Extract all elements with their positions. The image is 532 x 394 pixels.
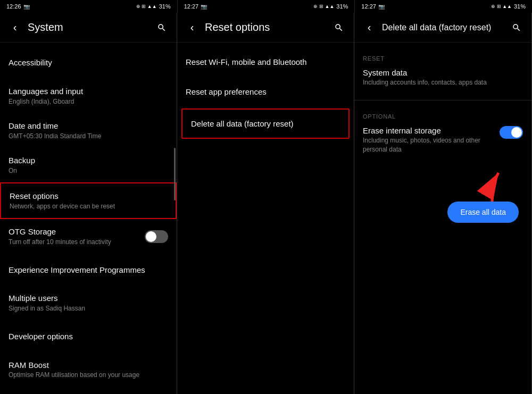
scrollbar: [174, 148, 176, 200]
reset-section: RESET System data Including accounts inf…: [354, 47, 531, 96]
battery-1: 31%: [159, 3, 171, 10]
status-panel-2: 12:27 📷 ⊕ ⊞ ▲▲ 31%: [178, 0, 355, 13]
battery-2: 31%: [336, 3, 348, 10]
camera-icon-2: 📷: [201, 4, 207, 10]
setting-accessibility[interactable]: Accessibility: [0, 47, 177, 79]
time-3: 12:27: [361, 3, 376, 10]
reset-options-topbar: ‹ Reset options: [177, 13, 354, 43]
setting-reset-options[interactable]: Reset options Network, apps or device ca…: [0, 182, 177, 219]
optional-section: OPTIONAL Erase internal storage Includin…: [354, 105, 531, 158]
setting-datetime[interactable]: Date and time GMT+05:30 India Standard T…: [0, 113, 177, 148]
battery-3: 31%: [514, 3, 526, 10]
panel-system: ‹ System Accessibility Languages and inp…: [0, 13, 177, 394]
time-1: 12:26: [6, 3, 21, 10]
system-back-button[interactable]: ‹: [6, 19, 23, 36]
reset-options-title: Reset options: [205, 21, 330, 33]
setting-experience[interactable]: Experience Improvement Programmes: [0, 254, 177, 286]
divider: [354, 100, 531, 100]
erase-storage-item[interactable]: Erase internal storage Including music, …: [363, 126, 523, 154]
system-topbar: ‹ System: [0, 13, 177, 43]
setting-updates[interactable]: System updates: [0, 387, 177, 394]
main-content: ‹ System Accessibility Languages and inp…: [0, 13, 532, 394]
status-panel-3: 12:27 📷 ⊕ ⊞ ▲▲ 31%: [355, 0, 532, 13]
search-icon: [157, 23, 167, 32]
signal-icons-3: ⊕ ⊞ ▲▲: [491, 4, 512, 9]
arrow-indicator: [466, 169, 508, 206]
system-title: System: [28, 21, 153, 33]
system-search-button[interactable]: [153, 19, 170, 36]
reset-options-search-button[interactable]: [330, 19, 347, 36]
setting-languages[interactable]: Languages and input English (India), Gbo…: [0, 79, 177, 113]
factory-reset-item[interactable]: Delete all data (factory reset): [181, 108, 350, 139]
setting-multiuser[interactable]: Multiple users Signed in as Sadiq Hassan: [0, 286, 177, 320]
setting-developer[interactable]: Developer options: [0, 321, 177, 353]
otg-toggle[interactable]: [145, 230, 168, 243]
setting-ramboost[interactable]: RAM Boost Optimise RAM utilisation based…: [0, 353, 177, 387]
reset-app-item[interactable]: Reset app preferences: [177, 77, 354, 106]
factory-reset-search-button[interactable]: [508, 19, 525, 36]
status-bar: 12:26 📷 ⊕ ⊞ ▲▲ 31% 12:27 📷 ⊕ ⊞ ▲▲ 31% 12…: [0, 0, 532, 13]
system-settings-list: Accessibility Languages and input Englis…: [0, 43, 177, 394]
factory-reset-title: Delete all data (factory reset): [382, 23, 508, 32]
reset-options-back-button[interactable]: ‹: [184, 19, 201, 36]
search-icon-3: [512, 23, 521, 32]
camera-icon-3: 📷: [378, 4, 385, 10]
signal-icons-1: ⊕ ⊞ ▲▲: [136, 4, 157, 9]
setting-otg[interactable]: OTG Storage Turn off after 10 minutes of…: [0, 219, 177, 254]
erase-all-data-button[interactable]: Erase all data: [447, 202, 519, 223]
camera-icon-1: 📷: [23, 4, 30, 10]
panel-reset-options: ‹ Reset options Reset Wi-Fi, mobile and …: [177, 13, 354, 394]
panel-factory-reset: ‹ Delete all data (factory reset) RESET …: [354, 13, 532, 394]
factory-reset-content: RESET System data Including accounts inf…: [354, 43, 531, 394]
search-icon-2: [334, 23, 344, 32]
status-panel-1: 12:26 📷 ⊕ ⊞ ▲▲ 31%: [0, 0, 178, 13]
factory-reset-back-button[interactable]: ‹: [361, 19, 378, 36]
system-data-item: System data Including accounts info, con…: [363, 68, 523, 87]
time-2: 12:27: [184, 3, 199, 10]
factory-reset-topbar: ‹ Delete all data (factory reset): [354, 13, 531, 43]
erase-action-area: Erase all data: [354, 158, 531, 231]
reset-options-list: Reset Wi-Fi, mobile and Bluetooth Reset …: [177, 43, 354, 394]
reset-wifi-item[interactable]: Reset Wi-Fi, mobile and Bluetooth: [177, 47, 354, 77]
setting-backup[interactable]: Backup On: [0, 148, 177, 182]
erase-storage-toggle[interactable]: [500, 126, 523, 139]
signal-icons-2: ⊕ ⊞ ▲▲: [313, 4, 334, 9]
